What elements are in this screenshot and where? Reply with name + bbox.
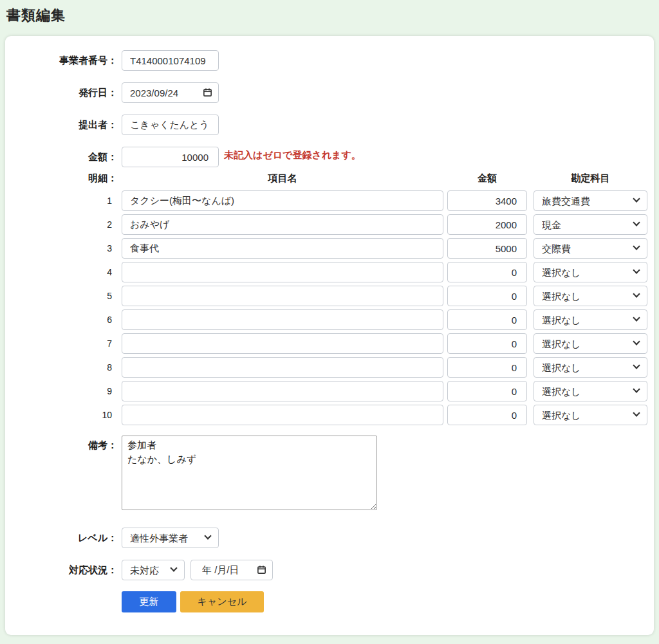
detail-account-select-wrap: 選択なし: [534, 286, 647, 306]
status-select[interactable]: 未対応: [122, 560, 185, 580]
detail-amount-input[interactable]: [447, 238, 527, 259]
details-header-account: 勘定科目: [534, 172, 647, 185]
detail-row-number: 10: [5, 410, 117, 420]
amount-input[interactable]: [122, 147, 219, 167]
level-select[interactable]: 適性外事業者: [122, 528, 219, 548]
detail-row: 1 旅費交通費: [5, 190, 654, 211]
detail-account-select-wrap: 旅費交通費: [534, 190, 647, 211]
detail-name-input[interactable]: [122, 357, 443, 378]
status-date-field: [190, 560, 273, 580]
detail-row-number: 6: [5, 315, 117, 325]
detail-row: 7 選択なし: [5, 333, 654, 354]
business-number-row: 事業者番号：: [5, 50, 654, 71]
detail-account-select-wrap: 選択なし: [534, 357, 647, 378]
detail-amount-input[interactable]: [447, 405, 527, 425]
issue-date-label: 発行日：: [5, 87, 117, 99]
detail-amount-input[interactable]: [447, 214, 527, 235]
details-header-row: 明細： 項目名 金額 勘定科目: [5, 172, 654, 185]
detail-row-number: 2: [5, 219, 117, 230]
detail-account-select-wrap: 選択なし: [534, 262, 647, 282]
remarks-label: 備考：: [5, 439, 117, 452]
amount-note: 未記入はゼロで登録されます。: [224, 149, 361, 161]
detail-row-number: 5: [5, 291, 117, 301]
detail-account-select[interactable]: 選択なし: [534, 286, 647, 306]
detail-row: 2 現金: [5, 214, 654, 235]
issue-date-row: 発行日：: [5, 82, 654, 103]
page-title: 書類編集: [6, 6, 659, 25]
detail-row-number: 1: [5, 196, 117, 206]
status-row: 対応状況： 未対応: [5, 560, 654, 580]
detail-account-select[interactable]: 選択なし: [534, 357, 647, 378]
detail-account-select[interactable]: 選択なし: [534, 309, 647, 330]
detail-name-input[interactable]: [122, 309, 443, 330]
detail-row: 6 選択なし: [5, 309, 654, 330]
detail-account-select[interactable]: 旅費交通費: [534, 190, 647, 211]
amount-label: 金額：: [5, 151, 117, 163]
detail-amount-input[interactable]: [447, 262, 527, 282]
detail-row: 3 交際費: [5, 238, 654, 259]
detail-name-input[interactable]: [122, 286, 443, 306]
detail-row: 8 選択なし: [5, 357, 654, 378]
detail-row-number: 8: [5, 362, 117, 373]
detail-name-input[interactable]: [122, 262, 443, 282]
detail-name-input[interactable]: [122, 381, 443, 401]
detail-amount-input[interactable]: [447, 286, 527, 306]
detail-account-select-wrap: 選択なし: [534, 333, 647, 354]
submitter-row: 提出者：: [5, 115, 654, 135]
details-header-name: 項目名: [122, 172, 443, 185]
details-header-amount: 金額: [447, 172, 527, 185]
cancel-button[interactable]: キャンセル: [180, 591, 264, 612]
detail-account-select[interactable]: 選択なし: [534, 262, 647, 282]
remarks-row: 備考： 参加者 たなか、しみず: [5, 436, 654, 513]
status-label: 対応状況：: [5, 564, 117, 576]
detail-account-select-wrap: 現金: [534, 214, 647, 235]
remarks-textarea[interactable]: 参加者 たなか、しみず: [122, 436, 377, 510]
detail-amount-input[interactable]: [447, 190, 527, 211]
detail-row: 9 選択なし: [5, 381, 654, 401]
detail-row: 4 選択なし: [5, 262, 654, 282]
detail-row-number: 3: [5, 243, 117, 253]
detail-name-input[interactable]: [122, 214, 443, 235]
detail-name-input[interactable]: [122, 405, 443, 425]
detail-name-input[interactable]: [122, 238, 443, 259]
detail-row-number: 7: [5, 338, 117, 349]
submitter-label: 提出者：: [5, 119, 117, 131]
detail-amount-input[interactable]: [447, 357, 527, 378]
business-number-label: 事業者番号：: [5, 55, 117, 67]
update-button[interactable]: 更新: [122, 591, 176, 612]
level-row: レベル： 適性外事業者: [5, 528, 654, 548]
status-date-input[interactable]: [190, 560, 273, 580]
detail-name-input[interactable]: [122, 333, 443, 354]
detail-account-select-wrap: 交際費: [534, 238, 647, 259]
status-select-wrap: 未対応: [122, 560, 185, 580]
actions-row: 更新 キャンセル: [5, 591, 654, 612]
detail-amount-input[interactable]: [447, 309, 527, 330]
detail-amount-input[interactable]: [447, 381, 527, 401]
issue-date-field: [122, 82, 219, 103]
detail-account-select[interactable]: 現金: [534, 214, 647, 235]
detail-account-select-wrap: 選択なし: [534, 381, 647, 401]
detail-row: 10 選択なし: [5, 405, 654, 425]
level-select-wrap: 適性外事業者: [122, 528, 219, 548]
detail-name-input[interactable]: [122, 190, 443, 211]
details-label: 明細：: [5, 172, 117, 185]
submitter-input[interactable]: [122, 115, 219, 135]
detail-row: 5 選択なし: [5, 286, 654, 306]
detail-row-number: 4: [5, 267, 117, 277]
detail-account-select[interactable]: 選択なし: [534, 381, 647, 401]
detail-account-select-wrap: 選択なし: [534, 309, 647, 330]
level-label: レベル：: [5, 532, 117, 544]
detail-account-select-wrap: 選択なし: [534, 405, 647, 425]
detail-account-select[interactable]: 選択なし: [534, 333, 647, 354]
detail-amount-input[interactable]: [447, 333, 527, 354]
details-section: 明細： 項目名 金額 勘定科目 1 旅費交通費 2 現金 3: [5, 172, 654, 425]
detail-account-select[interactable]: 交際費: [534, 238, 647, 259]
detail-row-number: 9: [5, 386, 117, 396]
issue-date-input[interactable]: [122, 82, 219, 103]
detail-account-select[interactable]: 選択なし: [534, 405, 647, 425]
edit-form-panel: 事業者番号： 発行日： 提出者：: [5, 36, 654, 635]
amount-row: 金額： 未記入はゼロで登録されます。: [5, 147, 654, 167]
business-number-input[interactable]: [122, 50, 219, 71]
